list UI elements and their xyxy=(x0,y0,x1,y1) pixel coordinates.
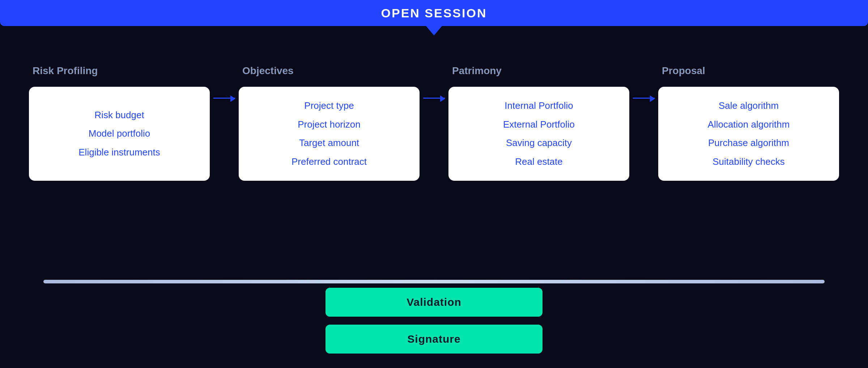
risk-profiling-column: Risk Profiling Risk budget Model portfol… xyxy=(29,65,210,181)
arrow-right-icon-2 xyxy=(423,98,445,99)
validation-label: Validation xyxy=(407,296,461,308)
banner-title: OPEN SESSION xyxy=(381,6,487,20)
objectives-card: Project type Project horizon Target amou… xyxy=(239,87,420,181)
signature-label: Signature xyxy=(407,333,460,345)
patrimony-item-3: Real estate xyxy=(515,154,563,170)
proposal-item-3: Suitability checks xyxy=(712,154,784,170)
arrow-2 xyxy=(420,65,448,99)
proposal-card: Sale algorithm Allocation algorithm Purc… xyxy=(658,87,839,181)
patrimony-title: Patrimony xyxy=(448,65,502,77)
proposal-column: Proposal Sale algorithm Allocation algor… xyxy=(658,65,839,181)
signature-button[interactable]: Signature xyxy=(326,325,542,354)
risk-profiling-title: Risk Profiling xyxy=(29,65,98,77)
bottom-buttons: Validation Signature xyxy=(326,288,542,354)
objectives-item-2: Target amount xyxy=(299,136,359,151)
risk-profiling-item-1: Model portfolio xyxy=(89,126,150,141)
proposal-item-1: Allocation algorithm xyxy=(708,117,790,132)
arrow-3 xyxy=(629,65,658,99)
objectives-item-3: Preferred contract xyxy=(292,154,367,170)
objectives-item-0: Project type xyxy=(304,98,354,114)
patrimony-card: Internal Portfolio External Portfolio Sa… xyxy=(448,87,629,181)
objectives-title: Objectives xyxy=(239,65,294,77)
proposal-item-2: Purchase algorithm xyxy=(708,136,789,151)
patrimony-item-0: Internal Portfolio xyxy=(505,98,573,114)
proposal-title: Proposal xyxy=(658,65,705,77)
open-session-banner: OPEN SESSION xyxy=(0,0,868,26)
risk-profiling-card: Risk budget Model portfolio Eligible ins… xyxy=(29,87,210,181)
risk-profiling-item-2: Eligible instruments xyxy=(78,145,160,160)
arrow-1 xyxy=(210,65,239,99)
risk-profiling-item-0: Risk budget xyxy=(94,108,144,123)
bottom-line-area xyxy=(0,278,868,285)
patrimony-item-2: Saving capacity xyxy=(506,136,572,151)
proposal-item-0: Sale algorithm xyxy=(719,98,779,114)
arrow-right-icon-1 xyxy=(213,98,235,99)
banner-arrow-down xyxy=(426,26,442,35)
validation-button[interactable]: Validation xyxy=(326,288,542,317)
objectives-item-1: Project horizon xyxy=(298,117,360,132)
main-flow: Risk Profiling Risk budget Model portfol… xyxy=(0,65,868,181)
arrow-right-icon-3 xyxy=(633,98,655,99)
objectives-column: Objectives Project type Project horizon … xyxy=(239,65,420,181)
bottom-line xyxy=(43,280,825,283)
patrimony-column: Patrimony Internal Portfolio External Po… xyxy=(448,65,629,181)
patrimony-item-1: External Portfolio xyxy=(503,117,575,132)
